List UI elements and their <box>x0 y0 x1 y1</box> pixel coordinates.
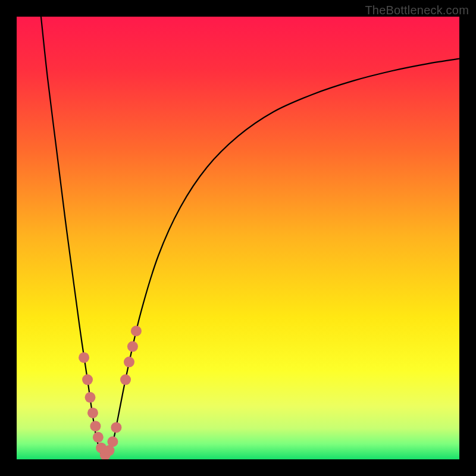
chart-frame: TheBottleneck.com <box>0 0 476 476</box>
highlight-dot <box>111 422 121 433</box>
highlight-dot <box>82 374 93 385</box>
gradient-background <box>17 17 459 459</box>
highlight-dot <box>93 432 104 443</box>
highlight-dot <box>85 392 96 403</box>
highlight-dot <box>90 421 101 431</box>
highlight-dot <box>79 352 89 363</box>
plot-area <box>17 17 459 459</box>
watermark-text: TheBottleneck.com <box>365 4 469 17</box>
highlight-dot <box>120 374 131 385</box>
highlight-dot <box>131 325 142 336</box>
highlight-dot <box>127 341 138 352</box>
highlight-dot <box>124 356 134 367</box>
highlight-dot <box>87 408 98 418</box>
bottleneck-chart <box>17 17 459 459</box>
highlight-dot <box>107 436 118 447</box>
